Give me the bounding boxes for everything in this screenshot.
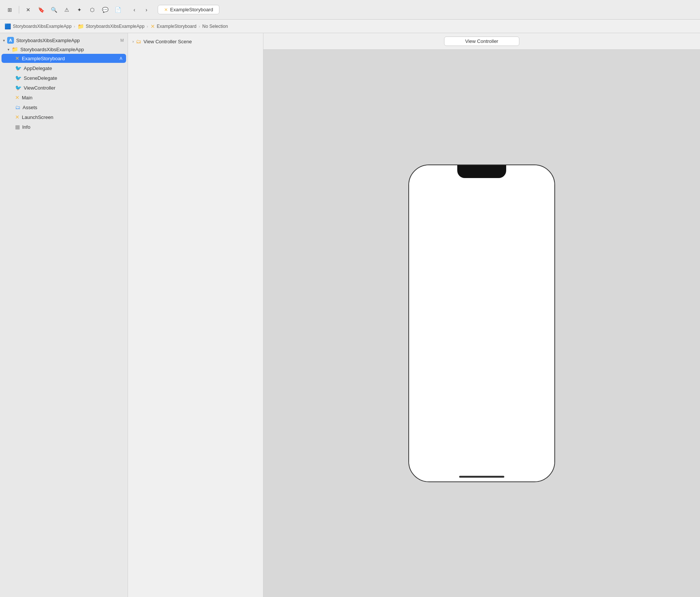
sidebar-item-label-scenedelegate: SceneDelegate xyxy=(24,75,57,81)
breadcrumb-project-label: StoryboardsXibsExampleApp xyxy=(13,24,72,29)
sidebar-item-example-storyboard[interactable]: ✕ ExampleStoryboard A xyxy=(2,54,126,63)
viewcontroller-file-icon: 🐦 xyxy=(15,85,21,91)
breadcrumb-item-storyboard[interactable]: ✕ ExampleStoryboard xyxy=(151,23,196,29)
breadcrumb-storyboard-icon: ✕ xyxy=(151,23,155,29)
nav-back-button[interactable]: ‹ xyxy=(129,5,140,15)
breadcrumb-sep-2: › xyxy=(147,24,148,29)
sidebar-item-label-viewcontroller: ViewController xyxy=(24,85,55,91)
canvas-title: View Controller xyxy=(444,37,519,46)
breadcrumb-item-project[interactable]: 🟦 StoryboardsXibsExampleApp xyxy=(5,23,72,29)
sidebar-item-view-controller[interactable]: 🐦 ViewController xyxy=(2,83,126,92)
breadcrumb-sep-1: › xyxy=(74,24,75,29)
launchscreen-file-icon: ✕ xyxy=(15,114,20,120)
sidebar-item-assets[interactable]: 🗂 Assets xyxy=(2,103,126,112)
tab-storyboard-icon: ✕ xyxy=(164,7,168,12)
close-button[interactable]: ✕ xyxy=(23,5,33,15)
main-area: ▾ A StoryboardsXibsExampleApp M ▾ 📁 Stor… xyxy=(0,33,700,597)
breadcrumb: 🟦 StoryboardsXibsExampleApp › 📁 Storyboa… xyxy=(0,20,700,33)
info-file-icon: ▦ xyxy=(15,124,20,130)
sidebar-project-label: StoryboardsXibsExampleApp xyxy=(16,38,80,43)
sidebar-item-app-delegate[interactable]: 🐦 AppDelegate xyxy=(2,64,126,73)
breadcrumb-folder-label: StoryboardsXibsExampleApp xyxy=(86,24,145,29)
sidebar-item-label-storyboard: ExampleStoryboard xyxy=(22,56,65,61)
toolbar-divider-1 xyxy=(19,6,19,14)
scenedelegate-file-icon: 🐦 xyxy=(15,75,21,81)
breadcrumb-item-selection[interactable]: No Selection xyxy=(202,24,228,29)
scene-item-view-controller[interactable]: › 🗂 View Controller Scene xyxy=(128,36,263,47)
sidebar-group-row[interactable]: ▾ 📁 StoryboardsXibsExampleApp xyxy=(0,45,128,53)
canvas-header: View Controller xyxy=(263,33,700,50)
scene-label: View Controller Scene xyxy=(143,39,192,44)
tab-label: ExampleStoryboard xyxy=(170,7,213,12)
sidebar-project-badge: M xyxy=(120,38,124,43)
breadcrumb-storyboard-label: ExampleStoryboard xyxy=(157,24,196,29)
project-app-icon: A xyxy=(7,37,14,44)
breadcrumb-project-icon: 🟦 xyxy=(5,23,11,29)
doc-button[interactable]: 📄 xyxy=(113,5,123,15)
toolbar-left-group: ⊞ ✕ 🔖 🔍 ⚠ ✦ ⬡ 💬 📄 xyxy=(5,5,123,15)
toolbar: ⊞ ✕ 🔖 🔍 ⚠ ✦ ⬡ 💬 📄 ‹ › ✕ ExampleStoryboar… xyxy=(0,0,700,20)
sidebar-item-scene-delegate[interactable]: 🐦 SceneDelegate xyxy=(2,73,126,82)
sidebar-item-label-launchscreen: LaunchScreen xyxy=(22,114,53,120)
assets-file-icon: 🗂 xyxy=(15,104,20,110)
sidebar-item-label-assets: Assets xyxy=(23,105,37,110)
nav-forward-button[interactable]: › xyxy=(141,5,152,15)
grid-button[interactable]: ⊞ xyxy=(5,5,15,15)
sidebar-item-main[interactable]: ✕ Main xyxy=(2,93,126,102)
iphone-home-bar xyxy=(459,476,504,478)
comment-button[interactable]: 💬 xyxy=(100,5,110,15)
scene-toggle: › xyxy=(132,40,134,44)
sidebar-item-info[interactable]: ▦ Info xyxy=(2,122,126,131)
tab-bar: ✕ ExampleStoryboard xyxy=(158,5,219,14)
appdelegate-file-icon: 🐦 xyxy=(15,65,21,71)
sidebar-group-label: StoryboardsXibsExampleApp xyxy=(20,47,84,52)
sidebar: ▾ A StoryboardsXibsExampleApp M ▾ 📁 Stor… xyxy=(0,33,128,597)
iphone-screen xyxy=(409,165,554,481)
iphone-mockup xyxy=(408,164,555,482)
sidebar-item-badge-a: A xyxy=(120,56,122,61)
bug-button[interactable]: ⬡ xyxy=(87,5,97,15)
search-button[interactable]: 🔍 xyxy=(49,5,59,15)
canvas-area: View Controller xyxy=(263,33,700,597)
file-tree-area: › 🗂 View Controller Scene xyxy=(128,33,263,597)
breadcrumb-folder-icon: 📁 xyxy=(78,23,84,29)
canvas-content[interactable] xyxy=(263,50,700,597)
sidebar-project-row[interactable]: ▾ A StoryboardsXibsExampleApp M xyxy=(0,35,128,45)
main-file-icon: ✕ xyxy=(15,94,20,101)
project-toggle: ▾ xyxy=(3,38,5,43)
scene-icon: 🗂 xyxy=(136,38,141,44)
sidebar-item-launch-screen[interactable]: ✕ LaunchScreen xyxy=(2,113,126,122)
group-toggle: ▾ xyxy=(8,47,9,52)
bookmark-button[interactable]: 🔖 xyxy=(36,5,46,15)
group-folder-icon: 📁 xyxy=(12,46,18,52)
tab-example-storyboard[interactable]: ✕ ExampleStoryboard xyxy=(158,5,219,14)
breadcrumb-selection-label: No Selection xyxy=(202,24,228,29)
storyboard-file-icon: ✕ xyxy=(15,55,20,61)
breadcrumb-item-folder[interactable]: 📁 StoryboardsXibsExampleApp xyxy=(78,23,145,29)
warning-button[interactable]: ⚠ xyxy=(61,5,72,15)
sidebar-item-label-appdelegate: AppDelegate xyxy=(24,65,52,71)
sidebar-item-label-info: Info xyxy=(22,124,30,130)
star-button[interactable]: ✦ xyxy=(74,5,85,15)
sidebar-item-label-main: Main xyxy=(22,95,32,101)
iphone-notch xyxy=(457,165,506,178)
breadcrumb-sep-3: › xyxy=(199,24,200,29)
